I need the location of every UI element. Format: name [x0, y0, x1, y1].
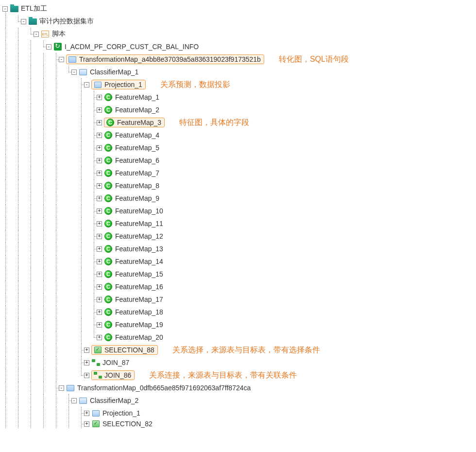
expander-icon[interactable]: +: [84, 411, 89, 416]
tree-label: JOIN_87: [101, 358, 131, 367]
highlight-box: SELECTION_88: [91, 345, 158, 355]
tree-item-feature[interactable]: + CFeatureMap_15: [2, 268, 474, 280]
tree-label: ETL加工: [19, 4, 49, 14]
expander-icon[interactable]: +: [97, 107, 102, 113]
expander-icon[interactable]: -: [34, 32, 39, 37]
tree-item-feature[interactable]: + CFeatureMap_1: [2, 91, 474, 104]
tree-label: FeatureMap_19: [114, 320, 165, 329]
tree-item-feature[interactable]: + CFeatureMap_8: [2, 179, 474, 192]
expander-icon[interactable]: +: [97, 234, 102, 239]
feature-icon: C: [104, 258, 113, 265]
tree-item-tmap2[interactable]: - TransformationMap_0dfb665ae85f97169206…: [2, 382, 474, 394]
expander-icon[interactable]: +: [97, 95, 102, 100]
expander-icon[interactable]: +: [97, 246, 102, 252]
tree-item-projection1[interactable]: - Projection_1 关系预测，数据投影: [2, 78, 474, 91]
folder-icon: [28, 17, 37, 25]
tree-item-feature[interactable]: + CFeatureMap_19: [2, 318, 474, 331]
tree-item-feature[interactable]: + CFeatureMap_9: [2, 192, 474, 205]
tree-label: 脚本: [51, 29, 67, 39]
tree-item-feature[interactable]: + CFeatureMap_17: [2, 293, 474, 306]
tree-item-feature[interactable]: + CFeatureMap_6: [2, 154, 474, 167]
expander-icon[interactable]: +: [97, 221, 102, 226]
expander-icon[interactable]: -: [71, 70, 77, 75]
tree-item-tmap1[interactable]: - TransformationMap_a4bb8e37039a5a836319…: [2, 53, 474, 66]
expander-icon[interactable]: +: [97, 120, 102, 125]
tree-label: FeatureMap_11: [114, 219, 165, 228]
tree-view: - ETL加工 - 审计内控数据集市: [2, 2, 474, 428]
tree-item-classifier2[interactable]: - ClassifierMap_2: [2, 394, 474, 407]
expander-icon[interactable]: +: [97, 183, 102, 189]
feature-icon: C: [104, 156, 113, 164]
tree-label: FeatureMap_12: [114, 232, 165, 241]
expander-icon[interactable]: -: [59, 57, 64, 62]
tree-label: I_ACDM_PF_CORP_CUST_CR_BAL_INFO: [63, 42, 200, 51]
feature-icon: C: [104, 106, 113, 114]
tree-item-feature[interactable]: + CFeatureMap_7: [2, 167, 474, 179]
tree-label: FeatureMap_4: [114, 131, 161, 139]
tree-label: FeatureMap_20: [114, 333, 165, 342]
classifier-icon: [79, 68, 87, 76]
expander-icon[interactable]: -: [46, 44, 51, 50]
tree-item-feature[interactable]: + CFeatureMap_5: [2, 141, 474, 154]
expander-icon[interactable]: -: [84, 82, 89, 87]
expander-icon[interactable]: +: [97, 310, 102, 315]
tree-item-feature[interactable]: + CFeatureMap_12: [2, 230, 474, 243]
tree-item-feature[interactable]: + CFeatureMap_3特征图，具体的字段: [2, 116, 474, 129]
expander-icon[interactable]: +: [97, 158, 102, 163]
tree-item-feature[interactable]: + CFeatureMap_10: [2, 205, 474, 217]
tree-item-selection82[interactable]: + SELECTION_82: [2, 419, 474, 428]
expander-icon[interactable]: +: [97, 171, 102, 176]
classifier-icon: [79, 397, 87, 404]
tree-label: Projection_1: [101, 409, 142, 417]
expander-icon[interactable]: +: [97, 284, 102, 290]
tree-item-feature[interactable]: + CFeatureMap_2: [2, 104, 474, 116]
refresh-icon: [53, 43, 62, 51]
tree-item-join86[interactable]: + JOIN_86 关系连接，来源表与目标表，带有关联条件: [2, 369, 474, 382]
expander-icon[interactable]: -: [71, 398, 77, 403]
tree-item-feature[interactable]: + CFeatureMap_16: [2, 280, 474, 293]
feature-icon: C: [104, 169, 113, 177]
join-icon: [93, 371, 102, 379]
tree-item-feature[interactable]: + CFeatureMap_11: [2, 217, 474, 230]
expander-icon[interactable]: +: [84, 360, 89, 365]
tree-label: FeatureMap_18: [114, 308, 165, 316]
expander-icon[interactable]: -: [21, 19, 26, 24]
tree-item-feature[interactable]: + CFeatureMap_20: [2, 331, 474, 344]
expander-icon[interactable]: +: [97, 297, 102, 302]
expander-icon[interactable]: -: [2, 6, 8, 12]
expander-icon[interactable]: +: [97, 322, 102, 328]
expander-icon[interactable]: +: [97, 133, 102, 138]
expander-icon[interactable]: +: [97, 196, 102, 201]
expander-icon[interactable]: +: [84, 373, 89, 378]
tree-item-feature[interactable]: + CFeatureMap_18: [2, 306, 474, 318]
expander-icon[interactable]: +: [97, 145, 102, 151]
expander-icon[interactable]: +: [97, 272, 102, 277]
expander-icon[interactable]: +: [97, 259, 102, 264]
annotation-text: 关系连接，来源表与目标表，带有关联条件: [149, 370, 297, 381]
tree-label: FeatureMap_16: [114, 282, 165, 291]
feature-icon: C: [104, 182, 113, 190]
expander-icon[interactable]: +: [97, 209, 102, 214]
tree-item-projection2[interactable]: + Projection_1: [2, 407, 474, 419]
join-icon: [91, 359, 100, 366]
feature-icon: C: [104, 270, 113, 278]
tree-item-job[interactable]: - I_ACDM_PF_CORP_CUST_CR_BAL_INFO: [2, 40, 474, 53]
folder-icon: [10, 5, 18, 13]
tree-item-feature[interactable]: + CFeatureMap_13: [2, 243, 474, 255]
tree-item-etl-root[interactable]: - ETL加工: [2, 2, 474, 15]
expander-icon[interactable]: -: [59, 385, 64, 391]
tree-item-audit[interactable]: - 审计内控数据集市: [2, 15, 474, 28]
expander-icon[interactable]: +: [97, 335, 102, 340]
tree-item-join87[interactable]: + JOIN_87: [2, 356, 474, 369]
annotation-text: 特征图，具体的字段: [179, 118, 249, 128]
expander-icon[interactable]: +: [84, 421, 89, 427]
tree-label: FeatureMap_15: [114, 270, 165, 278]
tree-item-classifier1[interactable]: - ClassifierMap_1: [2, 66, 474, 78]
tree-item-script[interactable]: - ETL 脚本: [2, 28, 474, 40]
tree-item-selection88[interactable]: + SELECTION_88 关系选择，来源表与目标表，带有选择条件: [2, 344, 474, 356]
feature-icon: C: [104, 296, 113, 303]
tree-label: SELECTION_88: [103, 346, 156, 354]
tree-item-feature[interactable]: + CFeatureMap_14: [2, 255, 474, 268]
tree-item-feature[interactable]: + CFeatureMap_4: [2, 129, 474, 141]
expander-icon[interactable]: +: [84, 348, 89, 353]
